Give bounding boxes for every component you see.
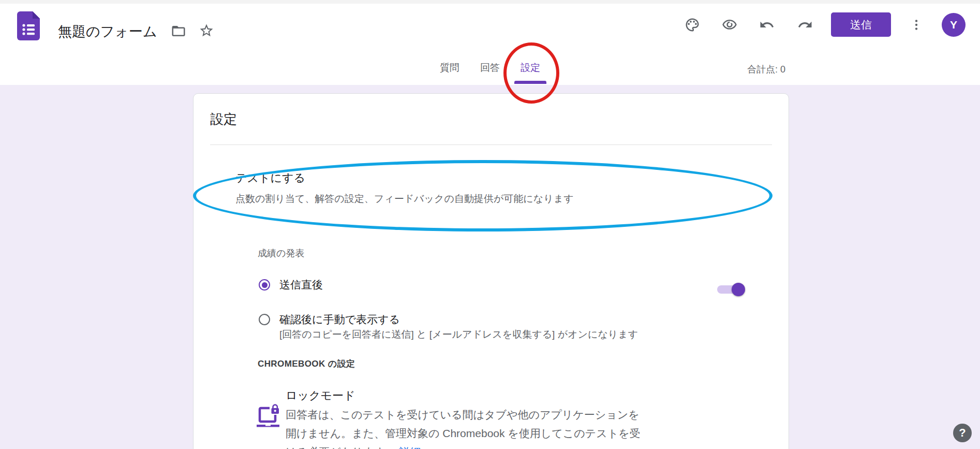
tab-settings-label: 設定 [521, 62, 540, 73]
move-to-folder-icon[interactable] [171, 23, 186, 39]
radio-option-manual-label: 確認後に手動で表示する [279, 312, 400, 327]
kebab-menu-icon[interactable] [910, 17, 923, 33]
help-icon[interactable]: ? [953, 424, 972, 442]
tab-responses-label: 回答 [480, 62, 500, 73]
preview-eye-icon[interactable] [722, 17, 737, 33]
divider [210, 144, 772, 145]
quiz-toggle-title: テストにする [235, 170, 305, 186]
redo-icon[interactable] [797, 17, 813, 33]
theme-palette-icon[interactable] [685, 17, 700, 33]
account-avatar[interactable]: Y [942, 13, 966, 37]
lock-mode-description: 回答者は、このテストを受けている間はタブや他のアプリケーションを開けません。また… [286, 405, 643, 449]
form-title[interactable]: 無題のフォーム [58, 23, 157, 40]
radio-option-manual-note: [回答のコピーを回答者に送信] と [メールアドレスを収集する] がオンになりま… [279, 328, 638, 341]
learn-more-link[interactable]: 詳細 [399, 446, 421, 449]
radio-option-immediately-label: 送信直後 [279, 278, 323, 292]
radio-option-manual[interactable]: 確認後に手動で表示する [259, 312, 400, 327]
tab-responses[interactable]: 回答 [470, 57, 510, 85]
tab-bar: 質問 回答 設定 [0, 57, 980, 85]
tab-settings[interactable]: 設定 [510, 57, 551, 85]
lock-mode-title: ロックモード [286, 388, 355, 403]
radio-selected-icon[interactable] [259, 279, 270, 291]
tab-questions[interactable]: 質問 [429, 57, 470, 85]
total-points: 合計点: 0 [747, 63, 785, 76]
radio-option-immediately[interactable]: 送信直後 [259, 278, 323, 292]
active-tab-underline [514, 81, 546, 84]
laptop-lock-icon [256, 403, 280, 430]
tab-questions-label: 質問 [440, 62, 459, 73]
chromebook-section-label: CHROMEBOOK の設定 [258, 358, 355, 370]
settings-card: 設定 テストにする 点数の割り当て、解答の設定、フィードバックの自動提供が可能に… [193, 93, 789, 449]
undo-icon[interactable] [759, 17, 775, 33]
star-icon[interactable] [199, 23, 214, 38]
radio-unselected-icon[interactable] [259, 314, 270, 325]
quiz-toggle-description: 点数の割り当て、解答の設定、フィードバックの自動提供が可能になります [235, 192, 574, 206]
grade-release-label: 成績の発表 [258, 247, 304, 259]
page-title: 設定 [210, 110, 237, 128]
window-edge [0, 0, 980, 4]
quiz-toggle[interactable] [716, 282, 745, 297]
toggle-knob [732, 283, 745, 296]
forms-logo-icon[interactable] [17, 11, 40, 40]
lock-mode-description-text: 回答者は、このテストを受けている間はタブや他のアプリケーションを開けません。また… [286, 409, 641, 449]
app-header: 無題のフォーム 送信 Y 質問 回答 設定 合 [0, 0, 980, 85]
send-button[interactable]: 送信 [831, 12, 891, 37]
